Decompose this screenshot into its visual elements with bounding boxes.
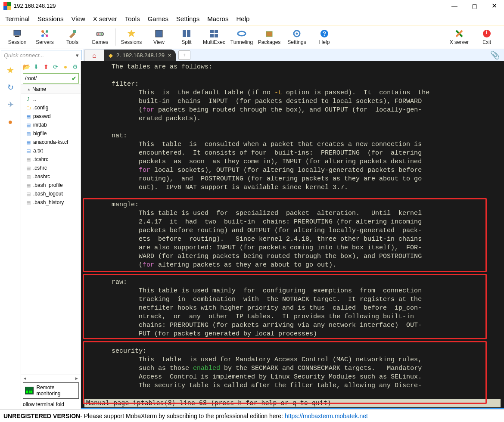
sub-row: Quick connect... ▾ ⌂ ◆ 2. 192.168.248.12… xyxy=(0,49,504,61)
file-name: .. xyxy=(33,96,36,102)
tools-icon xyxy=(68,29,77,38)
file-item[interactable]: ▤.bash_history xyxy=(25,198,81,207)
minimize-button[interactable]: — xyxy=(445,0,464,12)
unregistered-label: UNREGISTERED VERSION xyxy=(3,413,80,419)
svg-point-10 xyxy=(98,34,99,35)
remote-monitoring-button[interactable]: Remote monitoring xyxy=(23,382,79,399)
maximize-button[interactable]: ▢ xyxy=(464,0,484,12)
file-name: a.txt xyxy=(33,148,43,154)
path-input[interactable]: /root/ ✔ xyxy=(23,73,79,84)
attach-icon[interactable]: 📎 xyxy=(490,50,500,60)
svg-point-22 xyxy=(296,33,298,35)
app-icon xyxy=(3,2,11,10)
file-item[interactable]: ▤anaconda-ks.cf xyxy=(25,138,81,146)
file-item[interactable]: ▤bigfile xyxy=(25,129,81,138)
toolbar-xserver[interactable]: X server xyxy=(445,25,473,49)
svg-rect-14 xyxy=(187,30,190,37)
servers-icon xyxy=(40,29,50,38)
footer-message: - Please support MobaXterm by subscribin… xyxy=(80,413,283,419)
toolbar-session[interactable]: Session xyxy=(3,25,31,49)
tab-label: 2. 192.168.248.129 xyxy=(116,52,165,59)
toolbar-split[interactable]: Split xyxy=(173,25,200,49)
menu-settings[interactable]: Settings xyxy=(176,15,199,22)
file-list: ⤴..🗀.config▤passwd▤inittab▤bigfile▤anaco… xyxy=(21,94,81,375)
remote-monitoring-label: Remote monitoring xyxy=(36,385,77,397)
sb-refresh-icon[interactable]: ⟳ xyxy=(52,63,59,71)
file-type-icon: 🗀 xyxy=(25,105,31,111)
close-button[interactable]: ✕ xyxy=(484,0,504,12)
file-item[interactable]: ▤.bash_profile xyxy=(25,181,81,189)
globe-icon[interactable]: ● xyxy=(6,117,15,127)
file-item[interactable]: 🗀.config xyxy=(25,103,81,112)
file-type-icon: ▤ xyxy=(25,113,31,119)
toolbar: Session Servers Tools Games Sessions Vie… xyxy=(0,25,504,49)
column-name-header[interactable]: Name xyxy=(21,84,81,94)
tab-bar: ⌂ ◆ 2. 192.168.248.129 × + 📎 xyxy=(83,49,504,61)
menu-xserver[interactable]: X server xyxy=(93,15,117,22)
menu-view[interactable]: View xyxy=(72,15,85,22)
menu-macros[interactable]: Macros xyxy=(207,15,228,22)
svg-rect-18 xyxy=(215,34,218,37)
file-item[interactable]: ▤.bashrc xyxy=(25,172,81,181)
toolbar-separator xyxy=(115,28,116,46)
toolbar-settings[interactable]: Settings xyxy=(283,25,311,49)
file-type-icon: ▤ xyxy=(25,191,31,197)
toolbar-tunneling[interactable]: Tunneling xyxy=(228,25,255,49)
quick-connect-input[interactable]: Quick connect... ▾ xyxy=(1,50,82,60)
toolbar-view[interactable]: View xyxy=(145,25,173,49)
tab-home[interactable]: ⌂ xyxy=(84,50,104,61)
menu-help[interactable]: Help xyxy=(236,15,249,22)
sidebar-hscroll[interactable]: ◄► xyxy=(21,375,81,382)
footer: UNREGISTERED VERSION - Please support Mo… xyxy=(0,409,504,422)
file-item[interactable]: ▤.tcshrc xyxy=(25,155,81,164)
sb-download-icon[interactable]: ⬇ xyxy=(33,63,40,71)
file-item[interactable]: ⤴.. xyxy=(25,95,81,103)
file-type-icon: ▤ xyxy=(25,148,31,154)
terminal-pane[interactable]: The tables are as follows: filter: This … xyxy=(81,61,504,409)
svg-text:?: ? xyxy=(323,30,327,37)
file-type-icon: ▤ xyxy=(25,182,31,188)
history-icon[interactable]: ↻ xyxy=(6,83,15,92)
toolbar-tools[interactable]: Tools xyxy=(59,25,86,49)
file-item[interactable]: ▤a.txt xyxy=(25,146,81,155)
path-value: /root/ xyxy=(25,75,37,81)
file-item[interactable]: ▤.bash_logout xyxy=(25,189,81,198)
svg-point-19 xyxy=(238,31,246,36)
toolbar-packages[interactable]: Packages xyxy=(255,25,283,49)
menu-games[interactable]: Games xyxy=(148,15,168,22)
toolbar-servers[interactable]: Servers xyxy=(31,25,59,49)
svg-rect-0 xyxy=(14,30,21,35)
sb-new-icon[interactable]: ● xyxy=(62,63,69,71)
file-type-icon: ⤴ xyxy=(25,96,31,102)
settings-icon xyxy=(292,29,302,38)
sb-open-icon[interactable]: 📂 xyxy=(23,63,30,71)
tab-new[interactable]: + xyxy=(178,50,190,60)
tab-close-icon[interactable]: × xyxy=(168,52,171,59)
footer-link[interactable]: https://mobaxterm.mobatek.net xyxy=(285,413,368,419)
sb-settings-icon[interactable]: ⚙ xyxy=(72,63,79,71)
file-name: passwd xyxy=(33,113,51,119)
menu-sessions[interactable]: Sessions xyxy=(37,15,64,22)
follow-terminal-option[interactable]: ollow terminal fold xyxy=(21,400,81,409)
sidebar-toolbar: 📂 ⬇ ⬆ ⟳ ● ⚙ xyxy=(21,61,81,72)
toolbar-games[interactable]: Games xyxy=(86,25,114,49)
toolbar-sessions[interactable]: Sessions xyxy=(118,25,145,49)
file-type-icon: ▤ xyxy=(25,174,31,180)
menu-terminal[interactable]: Terminal xyxy=(5,15,30,22)
file-name: inittab xyxy=(33,122,47,128)
file-item[interactable]: ▤passwd xyxy=(25,112,81,121)
tab-icon: ◆ xyxy=(109,52,113,59)
sb-upload-icon[interactable]: ⬆ xyxy=(43,63,50,71)
file-item[interactable]: ▤inittab xyxy=(25,121,81,129)
file-item[interactable]: ▤.cshrc xyxy=(25,164,81,172)
toolbar-help[interactable]: ?Help xyxy=(311,25,338,49)
toolbar-multiexec[interactable]: MultiExec xyxy=(200,25,228,49)
file-name: .tcshrc xyxy=(33,156,48,162)
send-icon[interactable]: ✈ xyxy=(6,100,15,109)
tab-active[interactable]: ◆ 2. 192.168.248.129 × xyxy=(104,50,176,61)
star-icon[interactable]: ★ xyxy=(6,65,15,75)
toolbar-exit[interactable]: Exit xyxy=(473,25,501,49)
menu-tools[interactable]: Tools xyxy=(125,15,140,22)
monitor-icon xyxy=(25,387,34,394)
svg-rect-17 xyxy=(210,34,214,37)
